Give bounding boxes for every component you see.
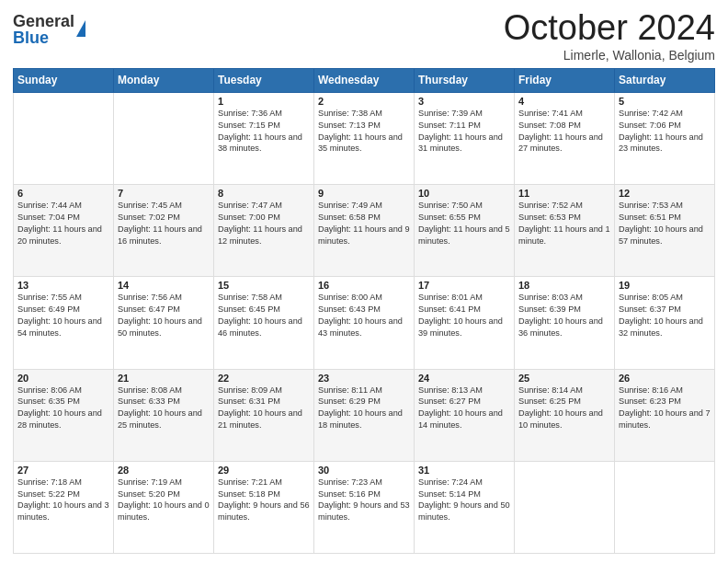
- logo-blue: Blue: [13, 29, 49, 47]
- week-row-5: 27Sunrise: 7:18 AMSunset: 5:22 PMDayligh…: [14, 461, 715, 553]
- day-info: Sunrise: 8:01 AMSunset: 6:41 PMDaylight:…: [418, 292, 510, 339]
- day-info: Sunrise: 7:44 AMSunset: 7:04 PMDaylight:…: [17, 200, 109, 247]
- day-info: Sunrise: 8:00 AMSunset: 6:43 PMDaylight:…: [318, 292, 410, 339]
- day-number: 5: [619, 96, 711, 107]
- day-cell-4-5: [515, 461, 615, 553]
- day-cell-1-0: 6Sunrise: 7:44 AMSunset: 7:04 PMDaylight…: [14, 185, 114, 277]
- day-cell-1-2: 8Sunrise: 7:47 AMSunset: 7:00 PMDaylight…: [214, 185, 314, 277]
- day-number: 7: [118, 188, 210, 199]
- day-cell-1-3: 9Sunrise: 7:49 AMSunset: 6:58 PMDaylight…: [314, 185, 415, 277]
- header-wednesday: Wednesday: [314, 68, 415, 92]
- day-info: Sunrise: 7:50 AMSunset: 6:55 PMDaylight:…: [418, 200, 510, 247]
- day-number: 19: [619, 280, 711, 291]
- day-number: 11: [518, 188, 610, 199]
- day-cell-3-5: 25Sunrise: 8:14 AMSunset: 6:25 PMDayligh…: [515, 369, 615, 461]
- day-cell-3-2: 22Sunrise: 8:09 AMSunset: 6:31 PMDayligh…: [214, 369, 314, 461]
- header: General Blue October 2024 Limerle, Wallo…: [13, 9, 715, 63]
- day-info: Sunrise: 7:38 AMSunset: 7:13 PMDaylight:…: [318, 108, 410, 155]
- day-cell-4-3: 30Sunrise: 7:23 AMSunset: 5:16 PMDayligh…: [314, 461, 415, 553]
- day-number: 2: [318, 96, 410, 107]
- day-cell-0-4: 3Sunrise: 7:39 AMSunset: 7:11 PMDaylight…: [415, 92, 515, 184]
- day-cell-0-1: [114, 92, 214, 184]
- day-cell-2-5: 18Sunrise: 8:03 AMSunset: 6:39 PMDayligh…: [515, 277, 615, 369]
- day-info: Sunrise: 7:19 AMSunset: 5:20 PMDaylight:…: [118, 477, 210, 524]
- day-cell-3-0: 20Sunrise: 8:06 AMSunset: 6:35 PMDayligh…: [14, 369, 114, 461]
- week-row-4: 20Sunrise: 8:06 AMSunset: 6:35 PMDayligh…: [14, 369, 715, 461]
- day-number: 14: [118, 280, 210, 291]
- day-info: Sunrise: 7:56 AMSunset: 6:47 PMDaylight:…: [118, 292, 210, 339]
- day-number: 8: [218, 188, 310, 199]
- day-number: 9: [318, 188, 410, 199]
- day-number: 16: [318, 280, 410, 291]
- header-thursday: Thursday: [415, 68, 515, 92]
- day-number: 20: [17, 373, 109, 384]
- day-cell-3-1: 21Sunrise: 8:08 AMSunset: 6:33 PMDayligh…: [114, 369, 214, 461]
- location-subtitle: Limerle, Wallonia, Belgium: [504, 48, 715, 63]
- logo-icon: [76, 20, 85, 37]
- day-info: Sunrise: 7:24 AMSunset: 5:14 PMDaylight:…: [418, 477, 510, 524]
- day-info: Sunrise: 8:16 AMSunset: 6:23 PMDaylight:…: [619, 385, 711, 432]
- day-cell-0-5: 4Sunrise: 7:41 AMSunset: 7:08 PMDaylight…: [515, 92, 615, 184]
- day-number: 30: [318, 465, 410, 476]
- day-cell-0-2: 1Sunrise: 7:36 AMSunset: 7:15 PMDaylight…: [214, 92, 314, 184]
- month-title: October 2024: [504, 9, 715, 48]
- day-cell-4-2: 29Sunrise: 7:21 AMSunset: 5:18 PMDayligh…: [214, 461, 314, 553]
- day-number: 29: [218, 465, 310, 476]
- day-info: Sunrise: 8:06 AMSunset: 6:35 PMDaylight:…: [17, 385, 109, 432]
- header-monday: Monday: [114, 68, 214, 92]
- day-cell-2-3: 16Sunrise: 8:00 AMSunset: 6:43 PMDayligh…: [314, 277, 415, 369]
- day-cell-1-4: 10Sunrise: 7:50 AMSunset: 6:55 PMDayligh…: [415, 185, 515, 277]
- week-row-1: 1Sunrise: 7:36 AMSunset: 7:15 PMDaylight…: [14, 92, 715, 184]
- logo-general: General: [13, 12, 74, 30]
- day-info: Sunrise: 8:08 AMSunset: 6:33 PMDaylight:…: [118, 385, 210, 432]
- header-friday: Friday: [515, 68, 615, 92]
- day-info: Sunrise: 7:41 AMSunset: 7:08 PMDaylight:…: [518, 108, 610, 155]
- day-info: Sunrise: 7:55 AMSunset: 6:49 PMDaylight:…: [17, 292, 109, 339]
- day-cell-1-1: 7Sunrise: 7:45 AMSunset: 7:02 PMDaylight…: [114, 185, 214, 277]
- day-cell-4-0: 27Sunrise: 7:18 AMSunset: 5:22 PMDayligh…: [14, 461, 114, 553]
- header-saturday: Saturday: [615, 68, 715, 92]
- day-number: 25: [518, 373, 610, 384]
- header-sunday: Sunday: [14, 68, 114, 92]
- day-cell-3-4: 24Sunrise: 8:13 AMSunset: 6:27 PMDayligh…: [415, 369, 515, 461]
- week-row-2: 6Sunrise: 7:44 AMSunset: 7:04 PMDaylight…: [14, 185, 715, 277]
- day-info: Sunrise: 7:36 AMSunset: 7:15 PMDaylight:…: [218, 108, 310, 155]
- day-number: 12: [619, 188, 711, 199]
- day-number: 22: [218, 373, 310, 384]
- day-info: Sunrise: 8:11 AMSunset: 6:29 PMDaylight:…: [318, 385, 410, 432]
- day-number: 4: [518, 96, 610, 107]
- day-info: Sunrise: 7:39 AMSunset: 7:11 PMDaylight:…: [418, 108, 510, 155]
- day-info: Sunrise: 8:03 AMSunset: 6:39 PMDaylight:…: [518, 292, 610, 339]
- day-cell-3-3: 23Sunrise: 8:11 AMSunset: 6:29 PMDayligh…: [314, 369, 415, 461]
- day-info: Sunrise: 7:47 AMSunset: 7:00 PMDaylight:…: [218, 200, 310, 247]
- day-number: 17: [418, 280, 510, 291]
- day-number: 21: [118, 373, 210, 384]
- day-number: 24: [418, 373, 510, 384]
- day-number: 26: [619, 373, 711, 384]
- day-info: Sunrise: 7:58 AMSunset: 6:45 PMDaylight:…: [218, 292, 310, 339]
- day-cell-3-6: 26Sunrise: 8:16 AMSunset: 6:23 PMDayligh…: [615, 369, 715, 461]
- day-cell-2-6: 19Sunrise: 8:05 AMSunset: 6:37 PMDayligh…: [615, 277, 715, 369]
- logo-text-area: General Blue: [13, 13, 74, 46]
- day-number: 15: [218, 280, 310, 291]
- day-cell-1-5: 11Sunrise: 7:52 AMSunset: 6:53 PMDayligh…: [515, 185, 615, 277]
- day-cell-2-2: 15Sunrise: 7:58 AMSunset: 6:45 PMDayligh…: [214, 277, 314, 369]
- page: General Blue October 2024 Limerle, Wallo…: [0, 0, 728, 563]
- day-cell-0-6: 5Sunrise: 7:42 AMSunset: 7:06 PMDaylight…: [615, 92, 715, 184]
- day-number: 18: [518, 280, 610, 291]
- day-number: 10: [418, 188, 510, 199]
- day-cell-4-4: 31Sunrise: 7:24 AMSunset: 5:14 PMDayligh…: [415, 461, 515, 553]
- day-number: 28: [118, 465, 210, 476]
- day-info: Sunrise: 8:09 AMSunset: 6:31 PMDaylight:…: [218, 385, 310, 432]
- day-info: Sunrise: 8:14 AMSunset: 6:25 PMDaylight:…: [518, 385, 610, 432]
- day-cell-2-0: 13Sunrise: 7:55 AMSunset: 6:49 PMDayligh…: [14, 277, 114, 369]
- day-info: Sunrise: 7:49 AMSunset: 6:58 PMDaylight:…: [318, 200, 410, 247]
- day-number: 3: [418, 96, 510, 107]
- weekday-header-row: Sunday Monday Tuesday Wednesday Thursday…: [14, 68, 715, 92]
- day-info: Sunrise: 8:05 AMSunset: 6:37 PMDaylight:…: [619, 292, 711, 339]
- day-info: Sunrise: 7:21 AMSunset: 5:18 PMDaylight:…: [218, 477, 310, 524]
- calendar-table: Sunday Monday Tuesday Wednesday Thursday…: [13, 68, 715, 554]
- week-row-3: 13Sunrise: 7:55 AMSunset: 6:49 PMDayligh…: [14, 277, 715, 369]
- day-info: Sunrise: 7:53 AMSunset: 6:51 PMDaylight:…: [619, 200, 711, 247]
- day-info: Sunrise: 8:13 AMSunset: 6:27 PMDaylight:…: [418, 385, 510, 432]
